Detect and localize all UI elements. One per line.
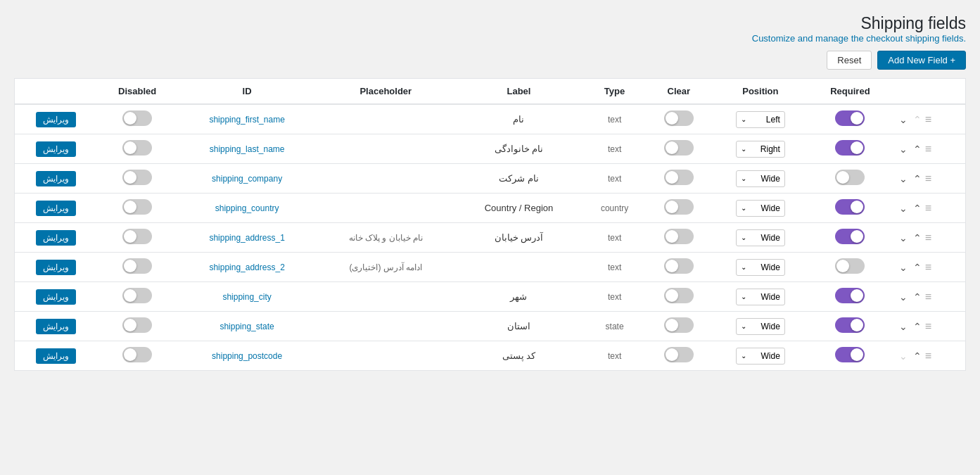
- disabled-toggle[interactable]: [122, 317, 152, 333]
- required-toggle[interactable]: [835, 110, 865, 126]
- edit-button[interactable]: ویرایش: [36, 141, 76, 157]
- drag-handle[interactable]: ≡: [925, 202, 931, 215]
- sort-down-button[interactable]: ⌄: [897, 232, 910, 244]
- clear-toggle[interactable]: [664, 170, 694, 185]
- sort-up-button[interactable]: ⌃: [911, 172, 924, 185]
- sort-down-button[interactable]: ⌄: [897, 320, 910, 333]
- clear-toggle[interactable]: [664, 199, 694, 215]
- required-toggle-track[interactable]: [835, 347, 865, 362]
- disabled-toggle-track[interactable]: [122, 258, 152, 274]
- required-toggle[interactable]: [835, 140, 865, 156]
- edit-button[interactable]: ویرایش: [36, 289, 76, 305]
- disabled-toggle[interactable]: [122, 229, 152, 244]
- position-dropdown[interactable]: ⌄ Right: [736, 141, 785, 158]
- disabled-toggle-track[interactable]: [122, 170, 152, 185]
- disabled-toggle-track[interactable]: [122, 317, 152, 333]
- required-toggle-track[interactable]: [835, 110, 865, 126]
- drag-handle[interactable]: ≡: [925, 143, 931, 156]
- position-dropdown[interactable]: ⌄ Wide: [736, 229, 785, 246]
- drag-handle[interactable]: ≡: [925, 232, 931, 244]
- disabled-toggle[interactable]: [122, 110, 152, 126]
- required-toggle[interactable]: [835, 199, 865, 215]
- disabled-toggle-track[interactable]: [122, 199, 152, 215]
- position-dropdown[interactable]: ⌄ Left: [736, 111, 785, 128]
- edit-button[interactable]: ویرایش: [36, 260, 76, 275]
- edit-button[interactable]: ویرایش: [36, 201, 76, 216]
- required-toggle[interactable]: [835, 170, 865, 185]
- clear-toggle-track[interactable]: [664, 288, 694, 303]
- disabled-toggle-track[interactable]: [122, 110, 152, 126]
- required-toggle-track[interactable]: [835, 140, 865, 156]
- clear-toggle[interactable]: [664, 110, 694, 126]
- drag-handle[interactable]: ≡: [925, 113, 931, 126]
- clear-toggle[interactable]: [664, 229, 694, 244]
- reset-button[interactable]: Reset: [827, 51, 872, 70]
- clear-toggle[interactable]: [664, 317, 694, 333]
- required-toggle-track[interactable]: [835, 170, 865, 185]
- drag-handle[interactable]: ≡: [925, 320, 931, 333]
- clear-toggle-track[interactable]: [664, 347, 694, 362]
- required-toggle[interactable]: [835, 258, 865, 274]
- clear-toggle[interactable]: [664, 140, 694, 156]
- edit-button[interactable]: ویرایش: [36, 112, 76, 127]
- clear-toggle-track[interactable]: [664, 140, 694, 156]
- clear-toggle-track[interactable]: [664, 258, 694, 274]
- clear-toggle-track[interactable]: [664, 317, 694, 333]
- position-dropdown[interactable]: ⌄ Wide: [736, 259, 785, 276]
- sort-down-button[interactable]: ⌄: [897, 202, 910, 215]
- disabled-toggle-track[interactable]: [122, 229, 152, 244]
- clear-toggle-track[interactable]: [664, 229, 694, 244]
- add-new-field-button[interactable]: Add New Field +: [877, 51, 966, 70]
- required-toggle-track[interactable]: [835, 229, 865, 244]
- disabled-toggle[interactable]: [122, 288, 152, 303]
- edit-button[interactable]: ویرایش: [36, 171, 76, 186]
- disabled-toggle[interactable]: [122, 199, 152, 215]
- clear-toggle[interactable]: [664, 258, 694, 274]
- required-toggle-track[interactable]: [835, 199, 865, 215]
- sort-down-button[interactable]: ⌄: [897, 350, 910, 362]
- sort-down-button[interactable]: ⌄: [897, 143, 910, 156]
- clear-toggle[interactable]: [664, 288, 694, 303]
- disabled-toggle[interactable]: [122, 140, 152, 156]
- drag-handle[interactable]: ≡: [925, 350, 931, 362]
- disabled-toggle-track[interactable]: [122, 347, 152, 362]
- sort-down-button[interactable]: ⌄: [897, 113, 910, 126]
- position-dropdown[interactable]: ⌄ Wide: [736, 348, 785, 365]
- disabled-toggle[interactable]: [122, 170, 152, 185]
- drag-handle[interactable]: ≡: [925, 172, 931, 185]
- sort-up-button[interactable]: ⌃: [911, 350, 924, 362]
- edit-button[interactable]: ویرایش: [36, 319, 76, 334]
- sort-down-button[interactable]: ⌄: [897, 291, 910, 303]
- drag-handle[interactable]: ≡: [925, 291, 931, 303]
- required-toggle-track[interactable]: [835, 288, 865, 303]
- sort-up-button[interactable]: ⌃: [911, 202, 924, 215]
- required-toggle[interactable]: [835, 229, 865, 244]
- sort-up-button[interactable]: ⌃: [911, 291, 924, 303]
- sort-up-button[interactable]: ⌃: [911, 261, 924, 274]
- clear-toggle-track[interactable]: [664, 170, 694, 185]
- sort-up-button[interactable]: ⌃: [911, 320, 924, 333]
- sort-up-button[interactable]: ⌃: [911, 143, 924, 156]
- sort-down-button[interactable]: ⌄: [897, 172, 910, 185]
- required-toggle[interactable]: [835, 347, 865, 362]
- drag-handle[interactable]: ≡: [925, 261, 931, 274]
- required-toggle-track[interactable]: [835, 258, 865, 274]
- sort-down-button[interactable]: ⌄: [897, 261, 910, 274]
- position-dropdown[interactable]: ⌄ Wide: [736, 170, 785, 187]
- disabled-toggle-track[interactable]: [122, 288, 152, 303]
- required-toggle[interactable]: [835, 288, 865, 303]
- edit-button[interactable]: ویرایش: [36, 230, 76, 246]
- position-dropdown[interactable]: ⌄ Wide: [736, 318, 785, 335]
- position-dropdown[interactable]: ⌄ Wide: [736, 200, 785, 217]
- disabled-toggle[interactable]: [122, 258, 152, 274]
- clear-toggle[interactable]: [664, 347, 694, 362]
- sort-up-button[interactable]: ⌃: [911, 232, 924, 244]
- sort-up-button[interactable]: ⌃: [911, 113, 924, 126]
- disabled-toggle[interactable]: [122, 347, 152, 362]
- clear-toggle-track[interactable]: [664, 110, 694, 126]
- required-toggle[interactable]: [835, 317, 865, 333]
- clear-toggle-track[interactable]: [664, 199, 694, 215]
- edit-button[interactable]: ویرایش: [36, 348, 76, 364]
- position-dropdown[interactable]: ⌄ Wide: [736, 289, 785, 305]
- required-toggle-track[interactable]: [835, 317, 865, 333]
